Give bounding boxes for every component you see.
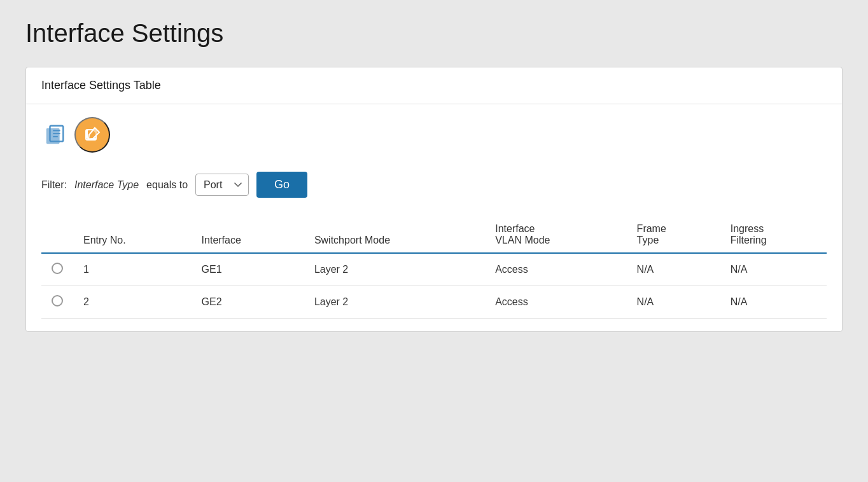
filter-field: Interface Type: [74, 179, 139, 191]
filter-value-select[interactable]: Port VLAN LAG: [195, 174, 249, 196]
interface-settings-table: Entry No. Interface Switchport Mode Inte…: [41, 217, 827, 319]
interface-cell: GE2: [192, 286, 304, 319]
row-select-cell[interactable]: [41, 253, 73, 286]
filter-row: Filter: Interface Type equals to Port VL…: [41, 172, 827, 198]
settings-card: Interface Settings Table: [25, 67, 843, 332]
copy-button[interactable]: [41, 121, 69, 149]
table-row: 1 GE1 Layer 2 Access N/A N/A: [41, 253, 827, 286]
col-header-select: [41, 217, 73, 253]
entry-no-cell: 1: [73, 253, 192, 286]
card-body: Filter: Interface Type equals to Port VL…: [26, 104, 842, 331]
page-background: Interface Settings Interface Settings Ta…: [0, 0, 868, 482]
copy-icon: [44, 123, 67, 147]
frame-type-cell: N/A: [627, 286, 720, 319]
row-select-cell[interactable]: [41, 286, 73, 319]
col-header-switchport-mode: Switchport Mode: [304, 217, 485, 253]
switchport-mode-cell: Layer 2: [304, 253, 485, 286]
go-button[interactable]: Go: [256, 172, 307, 198]
interface-cell: GE1: [192, 253, 304, 286]
col-header-ingress-filtering: IngressFiltering: [720, 217, 827, 253]
vlan-mode-cell: Access: [485, 253, 626, 286]
col-header-frame-type: FrameType: [627, 217, 720, 253]
edit-icon-2: [84, 127, 101, 143]
vlan-mode-cell: Access: [485, 286, 626, 319]
card-header: Interface Settings Table: [26, 67, 842, 104]
radio-button[interactable]: [52, 263, 63, 274]
col-header-vlan-mode: InterfaceVLAN Mode: [485, 217, 626, 253]
filter-operator: equals to: [146, 179, 188, 191]
filter-label: Filter:: [41, 179, 67, 191]
col-header-interface: Interface: [192, 217, 304, 253]
page-title: Interface Settings: [25, 19, 843, 48]
table-row: 2 GE2 Layer 2 Access N/A N/A: [41, 286, 827, 319]
col-header-entry-no: Entry No.: [73, 217, 192, 253]
entry-no-cell: 2: [73, 286, 192, 319]
switchport-mode-cell: Layer 2: [304, 286, 485, 319]
edit-button[interactable]: [74, 117, 110, 153]
ingress-filtering-cell: N/A: [720, 286, 827, 319]
frame-type-cell: N/A: [627, 253, 720, 286]
ingress-filtering-cell: N/A: [720, 253, 827, 286]
toolbar: [41, 117, 827, 153]
radio-button[interactable]: [52, 295, 63, 306]
